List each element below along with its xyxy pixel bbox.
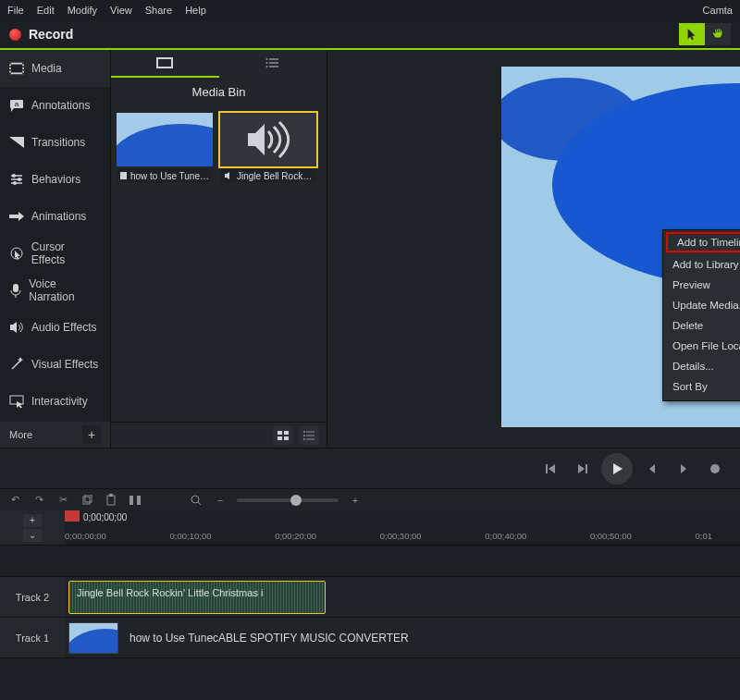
svg-point-22 [265,62,267,64]
bin-tab-library[interactable] [219,50,327,78]
sidebar-more[interactable]: More + [0,422,110,448]
video-clip[interactable]: how to Use TunecABLE SPOTIFY MUSIC CONVE… [68,622,623,654]
add-track-button[interactable]: + [23,514,42,527]
playhead[interactable] [65,510,80,522]
interactivity-icon [9,395,24,408]
record-marker-button[interactable] [703,457,727,481]
redo-button[interactable]: ↷ [31,493,46,508]
arrow-right-icon [9,212,24,221]
next-frame-button[interactable] [672,457,696,481]
ctx-preview[interactable]: Preview [663,275,740,295]
cut-button[interactable]: ✂ [56,493,70,508]
step-forward-button[interactable] [640,457,664,481]
add-icon: + [82,425,101,444]
timeline-toolbar: ↶ ↷ ✂ − + [0,488,740,510]
ruler-tick: 0;00;00;00 [65,531,106,541]
video-icon [120,172,127,179]
menu-share[interactable]: Share [145,5,172,16]
ctx-open-file-location[interactable]: Open File Location... [663,336,740,356]
hand-icon [711,28,724,41]
record-button[interactable]: Record [9,27,73,42]
hand-tool-button[interactable] [705,23,731,45]
zoom-handle[interactable] [290,495,302,506]
list-view-button[interactable] [299,426,319,445]
sidebar-item-transitions[interactable]: Transitions [0,124,110,161]
sidebar-item-voice-narration[interactable]: Voice Narration [0,272,110,309]
svg-rect-26 [284,431,289,435]
audio-clip[interactable]: Jingle Bell Rock Rockin' Little Christma… [68,581,326,614]
list-icon [303,431,314,440]
transition-icon [9,137,24,148]
cursor-tool-button[interactable] [679,23,705,45]
cursor-arrow-icon [685,28,698,41]
media-item-audio[interactable]: Jingle Bell Rock… [220,113,316,183]
svg-rect-17 [13,284,18,292]
svg-point-31 [303,438,305,440]
record-bar: Record [0,20,740,50]
sidebar-item-annotations[interactable]: a Annotations [0,87,110,124]
zoom-out-button[interactable]: − [213,493,228,508]
split-icon [130,494,141,507]
bin-tab-media[interactable] [111,50,219,78]
menu-modify[interactable]: Modify [68,5,97,16]
step-back-button[interactable] [570,457,594,481]
ruler-tick: 0;00;50;00 [590,531,632,541]
media-bin-title: Media Bin [111,78,327,105]
ruler-tick: 0;00;20;00 [275,531,316,541]
media-item-video[interactable]: how to Use Tune… [117,113,213,183]
circle-icon [709,463,721,474]
svg-rect-8 [22,69,24,71]
media-caption: how to Use Tune… [130,171,209,181]
sidebar-item-audio-effects[interactable]: Audio Effects [0,309,110,346]
ctx-add-to-library[interactable]: Add to Library [663,254,740,275]
zoom-button[interactable] [189,493,204,508]
ctx-delete[interactable]: Delete [663,315,740,336]
sliders-icon [9,173,24,186]
svg-rect-33 [83,497,90,504]
track-header-2[interactable]: Track 2 [0,577,65,617]
track-header-1[interactable]: Track 1 [0,618,65,657]
chevron-right-icon [679,462,688,475]
prev-frame-button[interactable] [538,457,562,481]
canvas-area: Add to Timeline at Playhead Add to Libra… [327,50,740,448]
menu-view[interactable]: View [110,5,132,16]
sidebar-item-animations[interactable]: Animations [0,198,110,235]
ctx-details[interactable]: Details... [663,356,740,376]
timeline-ruler[interactable]: 0;00;00;00 0;00;00;00 0;00;10;00 0;00;20… [65,510,740,545]
svg-point-29 [303,431,305,433]
svg-rect-28 [284,436,289,440]
grid-view-button[interactable] [273,426,293,445]
menu-bar: File Edit Modify View Share Help Camta [0,0,740,20]
sidebar-item-cursor-effects[interactable]: Cursor Effects [0,235,110,272]
svg-rect-1 [11,65,22,73]
ruler-tick: 0;00;30;00 [380,531,422,541]
step-back-icon [575,462,588,475]
undo-button[interactable]: ↶ [7,493,22,508]
ctx-sort-by[interactable]: Sort By▶ [663,376,740,397]
sidebar-item-label: Animations [31,210,86,223]
ctx-add-to-timeline[interactable]: Add to Timeline at Playhead [666,232,740,252]
list-icon [265,57,280,68]
sidebar-item-media[interactable]: Media [0,50,110,87]
menu-help[interactable]: Help [185,5,206,16]
sidebar-item-interactivity[interactable]: Interactivity [0,383,110,420]
svg-rect-27 [278,436,282,440]
sidebar-item-behaviors[interactable]: Behaviors [0,161,110,198]
play-button[interactable] [601,453,633,485]
menu-file[interactable]: File [7,5,24,16]
sidebar-item-label: Transitions [31,136,85,149]
paste-button[interactable] [104,493,118,508]
menu-edit[interactable]: Edit [37,5,55,16]
zoom-in-button[interactable]: + [348,493,363,508]
svg-point-13 [12,174,16,178]
collapse-tracks-button[interactable]: ⌄ [23,529,42,542]
svg-point-39 [191,496,199,503]
magnifier-icon [191,495,202,506]
copy-button[interactable] [80,493,94,508]
ctx-update-media[interactable]: Update Media... [663,295,740,315]
split-button[interactable] [128,493,142,508]
zoom-slider[interactable] [237,498,339,502]
cursor-effect-icon [9,246,24,261]
sidebar-item-visual-effects[interactable]: Visual Effects [0,346,110,383]
media-caption: Jingle Bell Rock… [237,171,312,181]
